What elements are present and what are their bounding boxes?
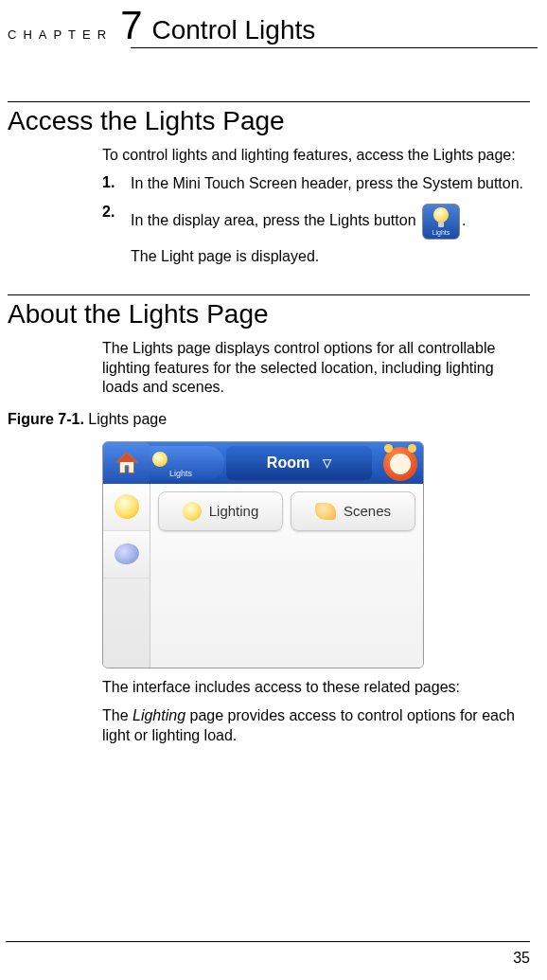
sidebar-item-scenes[interactable] bbox=[103, 531, 150, 579]
tab-scenes[interactable]: Scenes bbox=[291, 491, 415, 531]
figure-caption: Figure 7-1. Lights page bbox=[8, 411, 530, 428]
lights-button-icon: Lights bbox=[422, 204, 460, 240]
section-rule bbox=[8, 101, 530, 102]
bell-icon bbox=[384, 444, 393, 453]
bulb-icon bbox=[433, 207, 449, 223]
section-access-lights: Access the Lights Page To control lights… bbox=[8, 101, 530, 266]
bulb-base-icon bbox=[438, 222, 444, 227]
chevron-down-icon: ▽ bbox=[323, 456, 331, 470]
room-label: Room bbox=[267, 454, 309, 472]
section-about-lights: About the Lights Page The Lights page di… bbox=[8, 294, 530, 745]
chapter-title: Control Lights bbox=[151, 15, 315, 49]
home-button[interactable] bbox=[103, 442, 150, 484]
screenshot-header: Lights Room ▽ bbox=[103, 442, 423, 484]
chapter-header: CHAPTER 7 Control Lights bbox=[8, 0, 530, 49]
document-page: CHAPTER 7 Control Lights Access the Ligh… bbox=[0, 0, 547, 980]
step-2: 2. In the display area, press the Lights… bbox=[102, 204, 530, 266]
step-text: In the display area, press the Lights bu… bbox=[131, 204, 530, 266]
tab-label: Lighting bbox=[209, 503, 259, 519]
bulb-icon bbox=[115, 494, 139, 519]
step-number: 1. bbox=[102, 174, 131, 193]
screenshot-sidebar bbox=[103, 484, 150, 668]
home-icon bbox=[113, 449, 141, 477]
page-number: 35 bbox=[513, 950, 530, 967]
ribbon-icon bbox=[315, 503, 336, 520]
text-emphasis: Lighting bbox=[132, 707, 185, 723]
sidebar-item-lights[interactable] bbox=[103, 484, 150, 531]
lights-page-screenshot: Lights Room ▽ bbox=[102, 441, 424, 668]
breadcrumb-lights[interactable]: Lights bbox=[149, 446, 224, 480]
chapter-number: 7 bbox=[116, 6, 151, 45]
screenshot-body: Lighting Scenes bbox=[103, 484, 423, 668]
step-text-part: . bbox=[462, 212, 466, 228]
lights-icon-label: Lights bbox=[423, 229, 459, 238]
tab-label: Scenes bbox=[344, 503, 391, 519]
step-1: 1. In the Mini Touch Screen header, pres… bbox=[102, 174, 530, 193]
section-intro: To control lights and lighting features,… bbox=[102, 146, 530, 165]
screenshot-content: Lighting Scenes bbox=[150, 484, 423, 668]
bell-icon bbox=[408, 444, 416, 453]
section-heading: About the Lights Page bbox=[8, 299, 530, 330]
figure-label: Figure 7-1. bbox=[8, 411, 84, 427]
figure-label-rest: Lights page bbox=[84, 411, 167, 427]
svg-marker-1 bbox=[116, 453, 138, 462]
section-heading: Access the Lights Page bbox=[8, 106, 530, 136]
step-text-part: In the display area, press the Lights bu… bbox=[131, 212, 420, 228]
step-text: In the Mini Touch Screen header, press t… bbox=[131, 174, 530, 193]
section-rule bbox=[8, 294, 530, 295]
room-dropdown[interactable]: Room ▽ bbox=[226, 446, 372, 480]
tab-lighting[interactable]: Lighting bbox=[158, 491, 283, 531]
step-number: 2. bbox=[102, 204, 131, 266]
section-intro: The Lights page displays control options… bbox=[102, 339, 530, 397]
chapter-label: CHAPTER bbox=[8, 28, 116, 41]
clock-face-icon bbox=[390, 454, 411, 474]
step-result: The Light page is displayed. bbox=[131, 247, 530, 266]
footer-rule bbox=[6, 941, 530, 942]
breadcrumb-label: Lights bbox=[169, 469, 192, 478]
body-text: The interface includes access to these r… bbox=[102, 678, 530, 697]
disc-icon bbox=[112, 542, 140, 567]
text-part: The bbox=[102, 707, 132, 723]
bulb-icon bbox=[183, 502, 202, 521]
bulb-icon bbox=[152, 452, 168, 467]
body-text: The Lighting page provides access to con… bbox=[102, 706, 530, 745]
clock-button[interactable] bbox=[383, 447, 417, 481]
